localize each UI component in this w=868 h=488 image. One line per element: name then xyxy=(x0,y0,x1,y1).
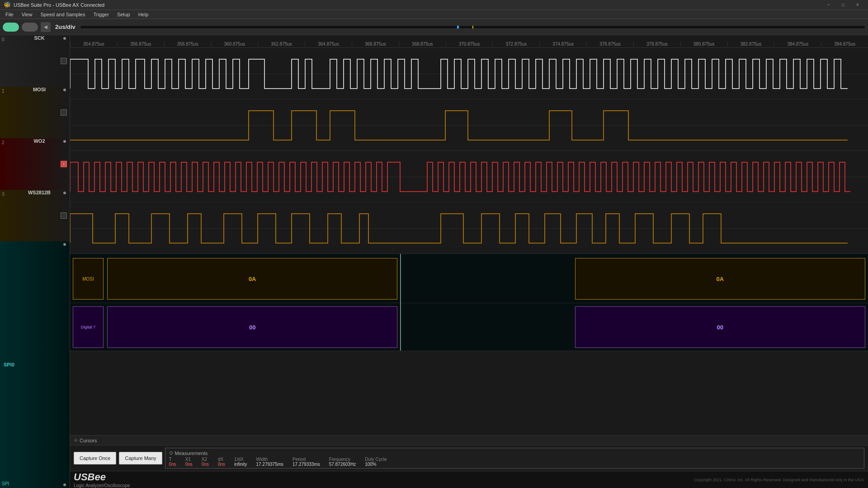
spi-digital-label-box: Digital 7 xyxy=(73,306,104,348)
wf-spi: MOSI 0A 0A Digi xyxy=(70,254,868,351)
channel-mosi: 1 MOSI xyxy=(0,87,70,138)
ch-spi-dot-top xyxy=(63,243,66,246)
ch-wo2-invert[interactable]: I xyxy=(61,161,67,167)
cursors-icon: ⊕ xyxy=(74,437,78,443)
channel-sck: 0 SCK xyxy=(0,35,70,87)
tick-2: 358.875us xyxy=(164,42,211,47)
nav-left-button[interactable]: ◄ xyxy=(41,22,51,32)
ch-ws2812b-num: 3 xyxy=(2,192,5,197)
meas-val-X1: 0ns xyxy=(185,462,193,467)
time-ruler-inner: 354.875us 356.875us 358.875us 360.875us … xyxy=(70,35,868,47)
menu-trigger[interactable]: Trigger xyxy=(90,11,112,18)
ch-spi-name: SPI0 xyxy=(4,362,70,367)
capture-once-button[interactable]: Capture Once xyxy=(74,452,116,465)
toolbar: ◄ 2us/div xyxy=(0,19,868,35)
spi-packet-1: 0A xyxy=(107,258,397,300)
menu-speed[interactable]: Speed and Samples xyxy=(37,11,89,18)
meas-col-period: Period 17.279333ms xyxy=(292,457,320,467)
digital-packet-1-val: 00 xyxy=(249,324,255,331)
main-area: 0 SCK 1 MOSI 2 WO2 I 3 WS2812B SP xyxy=(0,35,868,488)
meas-val-T: 0ns xyxy=(169,462,176,467)
wf-sck xyxy=(70,48,868,99)
meas-val-freq: 57.872603Hz xyxy=(329,462,356,467)
tick-16: 394.875us xyxy=(821,42,868,47)
wo2-waveform-svg xyxy=(70,151,868,202)
minimize-button[interactable]: − xyxy=(822,1,835,9)
stop-toggle[interactable] xyxy=(22,23,38,32)
tick-10: 374.875us xyxy=(539,42,586,47)
tick-14: 382.875us xyxy=(727,42,774,47)
spi-mosi-row: MOSI 0A 0A xyxy=(71,256,867,301)
timeline-cursor2 xyxy=(472,26,473,28)
spi-separator xyxy=(70,303,868,303)
spi-digital-row: Digital 7 00 00 xyxy=(71,305,867,350)
ch-mosi-name: MOSI xyxy=(33,87,46,92)
meas-header-X2: X2 xyxy=(202,457,209,462)
tick-15: 384.875us xyxy=(774,42,821,47)
ws2812b-waveform-svg xyxy=(70,202,868,253)
footer: USBee Logic Analyzer/Oscilloscope Copyri… xyxy=(70,471,868,488)
meas-col-width: Width 17.279375ms xyxy=(256,457,283,467)
menu-view[interactable]: View xyxy=(18,11,36,18)
app-icon: 🐝 xyxy=(4,1,11,8)
meas-header-T: T xyxy=(169,457,176,462)
meas-col-1dX: 1/dX infinity xyxy=(234,457,247,467)
menu-help[interactable]: Help xyxy=(135,11,152,18)
wf-mosi xyxy=(70,99,868,151)
time-ruler: 354.875us 356.875us 358.875us 360.875us … xyxy=(70,35,868,48)
spi-mosi-label: MOSI xyxy=(82,277,94,282)
ch-sck-checkbox[interactable] xyxy=(61,58,67,64)
close-button[interactable]: × xyxy=(851,1,864,9)
capture-many-button[interactable]: Capture Many xyxy=(119,452,162,465)
bottom-panel: ⊕ Cursors Capture Once Capture Many ⊙ Me… xyxy=(70,435,868,471)
ch-mosi-num: 1 xyxy=(2,89,5,94)
title-bar: 🐝 USBee Suite Pro - USBee AX Connected −… xyxy=(0,0,868,10)
maximize-button[interactable]: □ xyxy=(836,1,850,9)
menu-file[interactable]: File xyxy=(2,11,17,18)
footer-logo: USBee xyxy=(74,471,130,483)
cursors-row: ⊕ Cursors xyxy=(70,436,868,446)
timeline-preview[interactable] xyxy=(80,25,865,29)
meas-header-duty: Duty Cycle xyxy=(365,457,387,462)
meas-col-X2: X2 0ns xyxy=(202,457,209,467)
measurements-label: Measurements xyxy=(175,450,208,456)
meas-val-duty: 100% xyxy=(365,462,387,467)
meas-col-X1: X1 0ns xyxy=(185,457,193,467)
spi-mosi-label-box: MOSI xyxy=(73,258,104,300)
menu-setup[interactable]: Setup xyxy=(113,11,134,18)
meas-icon: ⊙ xyxy=(169,450,173,456)
ch-sck-name: SCK xyxy=(34,35,44,41)
ch-sck-num: 0 xyxy=(2,37,5,42)
meas-val-period: 17.279333ms xyxy=(292,462,320,467)
ch-mosi-checkbox[interactable] xyxy=(61,109,67,116)
tick-6: 366.875us xyxy=(352,42,399,47)
ch-mosi-dot-top xyxy=(63,89,66,91)
tick-11: 376.875us xyxy=(586,42,633,47)
meas-col-duty: Duty Cycle 100% xyxy=(365,457,387,467)
ch-wo2-dot-top xyxy=(63,140,66,143)
meas-col-freq: Frequency 57.872603Hz xyxy=(329,457,356,467)
ch-ws2812b-dot-top xyxy=(63,192,66,194)
menu-bar: File View Speed and Samples Trigger Setu… xyxy=(0,10,868,19)
spi-packet-2: 0A xyxy=(575,258,865,300)
window-controls: − □ × xyxy=(822,1,864,9)
meas-header-width: Width xyxy=(256,457,283,462)
meas-header-period: Period xyxy=(292,457,320,462)
meas-val-width: 17.279375ms xyxy=(256,462,283,467)
tick-12: 378.875us xyxy=(633,42,680,47)
meas-col-dX: dX 0ns xyxy=(218,457,225,467)
meas-col-T: T 0ns xyxy=(169,457,176,467)
tick-1: 356.875us xyxy=(117,42,164,47)
footer-logo-area: USBee Logic Analyzer/Oscilloscope xyxy=(74,471,130,488)
meas-header-1dX: 1/dX xyxy=(234,457,247,462)
channel-ws2812b: 3 WS2812B xyxy=(0,190,70,241)
meas-val-dX: 0ns xyxy=(218,462,225,467)
tick-8: 370.875us xyxy=(446,42,493,47)
ch-sck-dot-top xyxy=(63,37,66,40)
ch-ws2812b-checkbox[interactable] xyxy=(61,212,67,219)
tick-7: 368.875us xyxy=(399,42,446,47)
run-toggle[interactable] xyxy=(3,23,19,32)
tick-3: 360.875us xyxy=(211,42,258,47)
timeline-cursor xyxy=(457,26,459,28)
measurements-row: T 0ns X1 0ns X2 0ns dX 0 xyxy=(169,457,860,467)
